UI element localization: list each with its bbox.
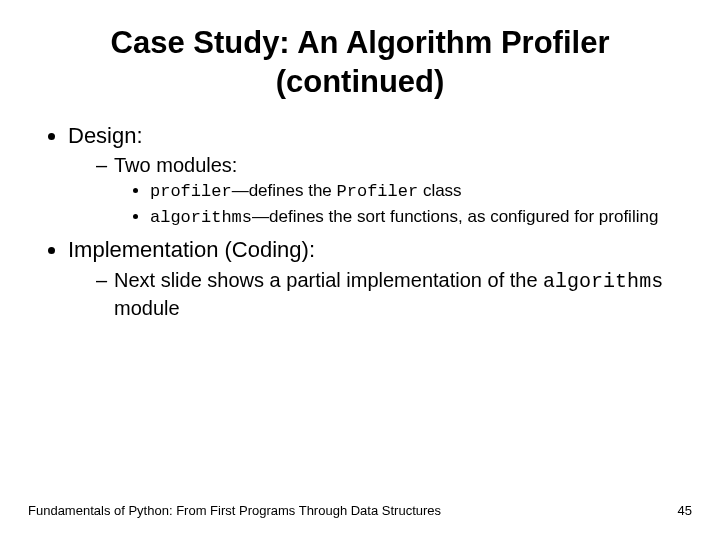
module-profiler: profiler—defines the Profiler class xyxy=(150,180,692,204)
two-modules-label: Two modules: xyxy=(114,154,237,176)
text-module: module xyxy=(114,297,180,319)
title-line-1: Case Study: An Algorithm Profiler xyxy=(111,25,610,60)
modules-list: profiler—defines the Profiler class algo… xyxy=(114,180,692,230)
slide-title: Case Study: An Algorithm Profiler (conti… xyxy=(0,0,720,110)
code-profiler-class: Profiler xyxy=(337,182,419,201)
bullet-implementation-label: Implementation (Coding): xyxy=(68,237,315,262)
sublist-implementation: Next slide shows a partial implementatio… xyxy=(68,267,692,321)
footer-source: Fundamentals of Python: From First Progr… xyxy=(28,503,441,518)
text-algorithms-desc: —defines the sort functions, as configur… xyxy=(252,207,658,226)
text-defines-the: —defines the xyxy=(232,181,337,200)
slide-body: Design: Two modules: profiler—defines th… xyxy=(0,110,720,321)
bullet-design: Design: Two modules: profiler—defines th… xyxy=(68,122,692,230)
bullet-list: Design: Two modules: profiler—defines th… xyxy=(28,122,692,321)
module-algorithms: algorithms—defines the sort functions, a… xyxy=(150,206,692,230)
code-algorithms: algorithms xyxy=(150,208,252,227)
text-class: class xyxy=(418,181,461,200)
slide-footer: Fundamentals of Python: From First Progr… xyxy=(28,503,692,518)
page-number: 45 xyxy=(678,503,692,518)
text-next-slide-pre: Next slide shows a partial implementatio… xyxy=(114,269,543,291)
code-profiler: profiler xyxy=(150,182,232,201)
title-line-2: (continued) xyxy=(276,64,445,99)
bullet-design-label: Design: xyxy=(68,123,143,148)
bullet-two-modules: Two modules: profiler—defines the Profil… xyxy=(96,152,692,230)
bullet-next-slide: Next slide shows a partial implementatio… xyxy=(96,267,692,321)
sublist-design: Two modules: profiler—defines the Profil… xyxy=(68,152,692,230)
bullet-implementation: Implementation (Coding): Next slide show… xyxy=(68,236,692,321)
code-algorithms-2: algorithms xyxy=(543,270,663,293)
slide: Case Study: An Algorithm Profiler (conti… xyxy=(0,0,720,540)
